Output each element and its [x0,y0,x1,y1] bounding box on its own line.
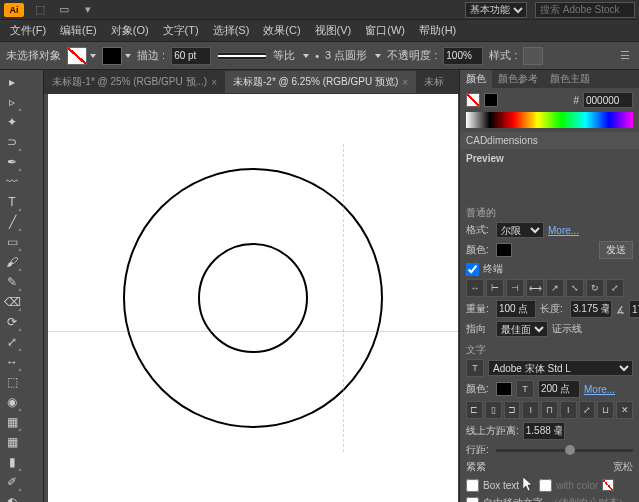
gradient-tool[interactable]: ▮ [2,452,22,472]
opacity-input[interactable] [443,47,483,65]
workspace-select[interactable]: 基本功能 [465,2,527,18]
direction-select[interactable]: 最佳面 [496,321,548,337]
arrow-style-4[interactable]: ⟷ [526,279,544,297]
close-icon[interactable]: × [211,77,217,88]
menu-help[interactable]: 帮助(H) [413,21,462,40]
angle-input[interactable] [629,300,639,318]
weight-input[interactable] [496,300,536,318]
with-color-checkbox[interactable] [539,479,552,492]
menu-type[interactable]: 文字(T) [157,21,205,40]
menu-window[interactable]: 窗口(W) [359,21,411,40]
font-size-input[interactable] [538,380,580,398]
mesh-tool[interactable]: ▦ [2,432,22,452]
align-9[interactable]: ✕ [616,401,633,419]
perspective-tool[interactable]: ▦ [2,412,22,432]
menu-edit[interactable]: 编辑(E) [54,21,103,40]
arrow-style-5[interactable]: ↗ [546,279,564,297]
color-panel-tab[interactable]: 颜色 [460,70,492,88]
style-swatch[interactable] [523,47,543,65]
arrow-style-8[interactable]: ⤢ [606,279,624,297]
brush-dropdown-icon[interactable] [375,54,381,58]
stroke-profile[interactable] [217,52,267,60]
box-color-swatch[interactable] [602,479,614,491]
box-text-checkbox[interactable] [466,479,479,492]
inner-circle[interactable] [198,243,308,353]
cad-panel-header[interactable]: CADdimensions [460,132,639,149]
dropdown-icon[interactable]: ▾ [80,2,96,18]
rectangle-tool[interactable]: ▭ [2,232,22,252]
shape-builder-tool[interactable]: ◉ [2,392,22,412]
curvature-tool[interactable]: 〰 [2,172,22,192]
width-tool[interactable]: ↔ [2,352,22,372]
brush-label[interactable]: 3 点圆形 [325,48,367,63]
text-color-swatch[interactable] [496,382,512,396]
bridge-icon[interactable]: ⬚ [32,2,48,18]
hex-input[interactable] [583,92,633,108]
uniform-label[interactable]: 等比 [273,48,295,63]
lasso-tool[interactable]: ⊃ [2,132,22,152]
stroke-dropdown-icon[interactable] [125,54,131,58]
document-tab-2[interactable]: 未标题-2* @ 6.25% (RGB/GPU 预览) × [225,71,416,93]
selection-tool[interactable]: ▸ [2,72,22,92]
fill-swatch[interactable] [67,47,87,65]
free-transform-tool[interactable]: ⬚ [2,372,22,392]
format-select[interactable]: 尔限 [496,222,544,238]
line-tool[interactable]: ╱ [2,212,22,232]
arrange-icon[interactable]: ▭ [56,2,72,18]
menu-view[interactable]: 视图(V) [309,21,358,40]
menu-select[interactable]: 选择(S) [207,21,256,40]
stroke-swatch[interactable] [102,47,122,65]
pen-tool[interactable]: ✒ [2,152,22,172]
align-7[interactable]: ⤢ [579,401,596,419]
send-button[interactable]: 发送 [599,241,633,259]
menu-effect[interactable]: 效果(C) [257,21,306,40]
menu-object[interactable]: 对象(O) [105,21,155,40]
color-spectrum[interactable] [466,112,633,128]
length-input[interactable] [570,300,612,318]
direct-selection-tool[interactable]: ▹ [2,92,22,112]
align-2[interactable]: ▯ [485,401,502,419]
align-6[interactable]: I [560,401,577,419]
uniform-dropdown-icon[interactable] [303,54,309,58]
align-1[interactable]: ⊏ [466,401,483,419]
more-link-2[interactable]: More... [584,384,615,395]
arrow-style-7[interactable]: ↻ [586,279,604,297]
color-theme-tab[interactable]: 颜色主题 [544,70,596,88]
stroke-weight-input[interactable] [171,47,211,65]
auto-move-checkbox[interactable] [466,497,479,503]
blend-tool[interactable]: ◐ [2,492,22,502]
arrow-style-1[interactable]: ↔ [466,279,484,297]
terminal-checkbox[interactable] [466,263,479,276]
align-5[interactable]: ⊓ [541,401,558,419]
color-guide-tab[interactable]: 颜色参考 [492,70,544,88]
font-select[interactable]: Adobe 宋体 Std L [488,360,633,376]
close-icon[interactable]: × [402,77,408,88]
scale-tool[interactable]: ⤢ [2,332,22,352]
menu-file[interactable]: 文件(F) [4,21,52,40]
fill-dropdown-icon[interactable] [90,54,96,58]
search-input[interactable] [535,2,635,18]
type-tool[interactable]: T [2,192,22,212]
color-fill-swatch[interactable] [466,93,480,107]
shaper-tool[interactable]: ✎ [2,272,22,292]
magic-wand-tool[interactable]: ✦ [2,112,22,132]
align-8[interactable]: ⊔ [597,401,614,419]
eyedropper-tool[interactable]: ✐ [2,472,22,492]
eraser-tool[interactable]: ⌫ [2,292,22,312]
document-tab-1[interactable]: 未标题-1* @ 25% (RGB/GPU 预...) × [44,71,225,93]
paintbrush-tool[interactable]: 🖌 [2,252,22,272]
arrow-style-6[interactable]: ⤡ [566,279,584,297]
document-tab-3[interactable]: 未标 [416,71,452,93]
rotate-tool[interactable]: ⟳ [2,312,22,332]
arrow-style-2[interactable]: ⊢ [486,279,504,297]
align-3[interactable]: ⊐ [504,401,521,419]
panel-menu-icon[interactable]: ☰ [617,48,633,64]
dim-color-swatch[interactable] [496,243,512,257]
color-stroke-swatch[interactable] [484,93,498,107]
above-line-input[interactable] [523,422,565,440]
arrow-style-3[interactable]: ⊣ [506,279,524,297]
more-link[interactable]: More... [548,225,579,236]
canvas[interactable] [48,94,458,502]
align-4[interactable]: I [522,401,539,419]
spacing-slider[interactable] [496,449,633,452]
